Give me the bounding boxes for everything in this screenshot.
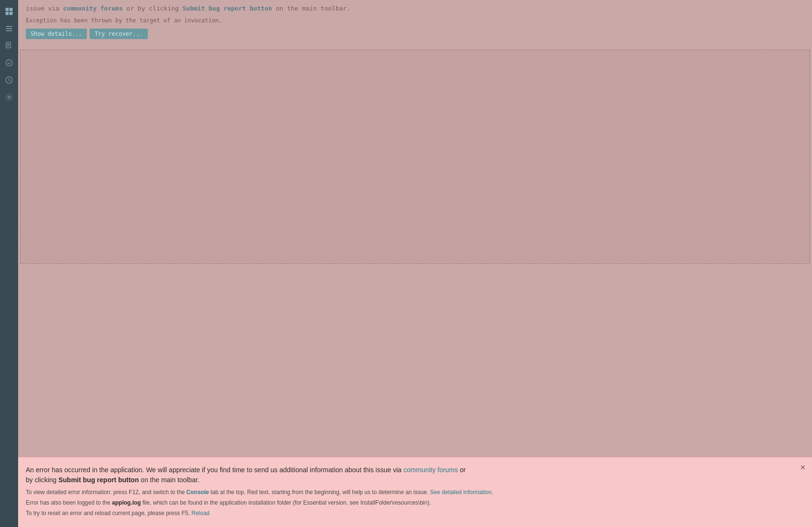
sub2-prefix: Error has also been logged to the: [26, 499, 112, 506]
svg-point-15: [8, 96, 10, 99]
below-box-area: [18, 264, 812, 369]
svg-point-11: [6, 60, 12, 66]
sidebar-icon-document[interactable]: [1, 38, 17, 53]
sidebar-icon-clock[interactable]: [1, 72, 17, 88]
show-details-button[interactable]: Show details...: [26, 29, 87, 39]
community-link-top: community forums: [63, 5, 123, 12]
close-banner-button[interactable]: ×: [800, 463, 805, 472]
banner-main-line2-prefix: by clicking: [26, 476, 58, 484]
error-button-group: Show details... Try recover...: [26, 29, 804, 39]
error-banner-sub2: Error has also been logged to the applog…: [26, 498, 793, 507]
svg-rect-2: [6, 12, 9, 15]
sidebar: [0, 0, 18, 527]
sub3-prefix: To try to reset an error and reload curr…: [26, 510, 192, 517]
error-area-top: issue via community forums or by clickin…: [18, 0, 812, 48]
see-detail-link[interactable]: See detailed information.: [430, 489, 493, 496]
sidebar-icon-settings[interactable]: [1, 90, 17, 105]
error-banner: × An error has occurred in the applicati…: [18, 457, 812, 527]
community-forums-link[interactable]: community forums: [403, 466, 458, 474]
error-banner-main-text: An error has occurred in the application…: [26, 465, 793, 485]
error-text-top: issue via community forums or by clickin…: [26, 4, 804, 13]
try-recover-button[interactable]: Try recover...: [90, 29, 147, 39]
banner-main-line2-suffix: on the main toolbar.: [139, 476, 199, 484]
banner-main-middle: or: [458, 466, 465, 474]
main-content: issue via community forums or by clickin…: [18, 0, 812, 527]
sub2-suffix: file, which can be found in the applicat…: [141, 499, 431, 506]
svg-rect-4: [6, 26, 12, 27]
reload-link[interactable]: Reload: [192, 510, 210, 517]
svg-rect-0: [6, 8, 9, 11]
sub1-prefix: To view detailed error information: pres…: [26, 489, 186, 496]
svg-rect-1: [10, 8, 13, 11]
svg-line-14: [9, 80, 10, 81]
error-banner-sub1: To view detailed error information: pres…: [26, 488, 793, 497]
applog-link: applog.log: [112, 499, 141, 506]
sidebar-icon-list[interactable]: [1, 21, 17, 36]
console-tab-link[interactable]: Console: [186, 489, 209, 496]
sub1-suffix: tab at the top. Red text, starting from …: [209, 489, 430, 496]
svg-rect-6: [6, 30, 12, 31]
svg-rect-5: [6, 28, 12, 29]
banner-main-prefix: An error has occurred in the application…: [26, 466, 403, 474]
error-banner-sub3: To try to reset an error and reload curr…: [26, 509, 793, 517]
svg-rect-3: [10, 12, 13, 15]
dashed-error-box: [20, 50, 810, 264]
sidebar-icon-layers[interactable]: [1, 4, 17, 19]
submit-bug-bold: Submit bug report button: [58, 476, 139, 484]
exception-text: Exception has been thrown by the target …: [26, 17, 804, 24]
sidebar-icon-check-circle[interactable]: [1, 55, 17, 71]
submit-button-reference: Submit bug report button: [183, 5, 272, 12]
